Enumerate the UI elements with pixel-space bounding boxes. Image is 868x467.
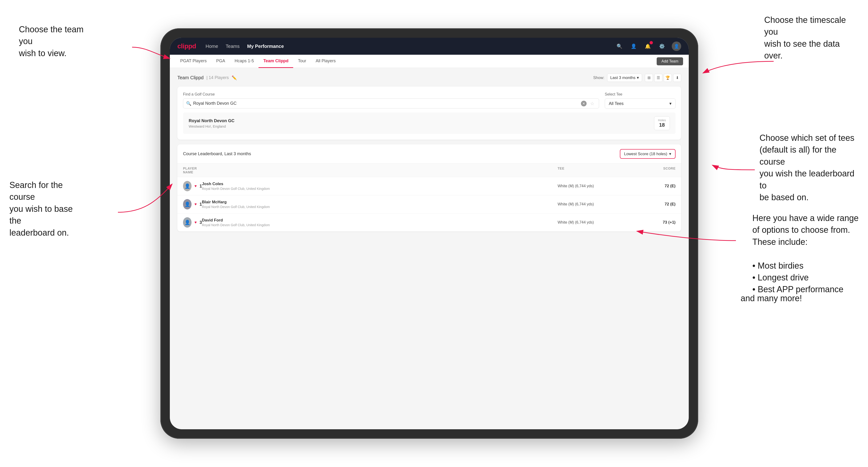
view-toggle-group: ⊞ ☰ 🏆 ⬇ — [645, 74, 681, 82]
course-search-input-wrapper: 🔍 ✕ ☆ — [183, 98, 599, 108]
tee-dropdown[interactable]: All Tees ▾ — [605, 98, 676, 109]
nav-home[interactable]: Home — [206, 44, 218, 49]
annotation-top-right: Choose the timescale you wish to see the… — [764, 14, 854, 62]
list-item-1: • Most birdies — [752, 261, 804, 271]
team-title-group: Team Clippd | 14 Players ✏️ — [177, 75, 237, 81]
score-value: 72 (E) — [628, 184, 676, 188]
select-tee-label: Select Tee — [605, 92, 676, 96]
tab-all-players[interactable]: All Players — [311, 55, 340, 68]
search-icon: 🔍 — [186, 101, 191, 106]
team-name: Team Clippd — [177, 75, 204, 81]
settings-button[interactable]: ⚙️ — [658, 42, 666, 51]
grid-view-button[interactable]: ⊞ — [645, 74, 653, 82]
player-name: Josh Coles — [202, 182, 558, 186]
clear-search-button[interactable]: ✕ — [581, 101, 587, 106]
score-value: 72 (E) — [628, 202, 676, 207]
course-result-info: Royal North Devon GC Westward Ho!, Engla… — [189, 118, 235, 128]
find-course-label: Find a Golf Course — [183, 92, 599, 96]
rank-number: 1 — [199, 202, 202, 207]
player-club: Royal North Devon Golf Club, United King… — [202, 223, 558, 227]
heart-icon: ♥ — [194, 220, 197, 224]
show-controls: Show: Last 3 months ▾ ⊞ ☰ 🏆 ⬇ — [593, 73, 681, 82]
table-row: 👤 ♥ 1 Josh Coles Royal North Devon Golf … — [177, 177, 681, 195]
download-button[interactable]: ⬇ — [673, 74, 681, 82]
player-club: Royal North Devon Golf Club, United King… — [202, 187, 558, 191]
holes-badge: Holes 18 — [654, 116, 670, 130]
course-search-row: Find a Golf Course 🔍 ✕ ☆ Select Tee All … — [183, 92, 676, 109]
edit-team-icon[interactable]: ✏️ — [231, 75, 237, 81]
player-avatar: 👤 — [183, 217, 191, 228]
chevron-down-icon: ▾ — [670, 101, 672, 106]
leaderboard-card: Course Leaderboard, Last 3 months Lowest… — [177, 144, 681, 231]
player-count: | 14 Players — [206, 75, 229, 80]
col-header-player: PLAYER NAME — [183, 166, 202, 174]
tee-info: White (M) (6,744 yds) — [558, 220, 628, 224]
leaderboard-table: PLAYER NAME TEE SCORE 👤 ♥ 1 Josh — [177, 164, 681, 231]
find-course-section: Find a Golf Course 🔍 ✕ ☆ — [183, 92, 599, 108]
player-info: Josh Coles Royal North Devon Golf Club, … — [202, 182, 558, 191]
player-info: Blair McHarg Royal North Devon Golf Club… — [202, 200, 558, 209]
tee-info: White (M) (6,744 yds) — [558, 184, 628, 188]
annotation-bottom-left: Search for the course you wish to base t… — [9, 179, 85, 239]
tab-tour[interactable]: Tour — [293, 55, 311, 68]
rank-cell: 👤 ♥ 3 — [183, 217, 202, 228]
player-name: David Ford — [202, 218, 558, 223]
rank-number: 3 — [199, 220, 202, 225]
heart-icon: ♥ — [194, 202, 197, 206]
rank-cell: 👤 ♥ 1 — [183, 199, 202, 210]
team-header: Team Clippd | 14 Players ✏️ Show: Last 3… — [177, 73, 681, 82]
tee-select-section: Select Tee All Tees ▾ — [605, 92, 676, 109]
col-header-tee: TEE — [558, 166, 628, 174]
leaderboard-header: Course Leaderboard, Last 3 months Lowest… — [177, 144, 681, 164]
player-name: Blair McHarg — [202, 200, 558, 205]
score-value: 73 (+1) — [628, 220, 676, 225]
table-row: 👤 ♥ 3 David Ford Royal North Devon Golf … — [177, 214, 681, 231]
course-name: Royal North Devon GC — [189, 118, 235, 123]
tee-info: White (M) (6,744 yds) — [558, 202, 628, 206]
nav-icon-group: 🔍 👤 🔔 ⚙️ 👤 — [615, 41, 681, 51]
time-period-dropdown[interactable]: Last 3 months ▾ — [607, 73, 642, 82]
app-logo: clippd — [177, 42, 196, 50]
search-button[interactable]: 🔍 — [615, 42, 624, 51]
score-type-dropdown[interactable]: Lowest Score (18 holes) ▾ — [620, 149, 676, 159]
table-row: 👤 ♥ 1 Blair McHarg Royal North Devon Gol… — [177, 195, 681, 214]
sub-nav: PGAT Players PGA Hcaps 1-5 Team Clippd T… — [170, 55, 689, 68]
chevron-down-icon: ▾ — [637, 75, 639, 80]
list-item-2: • Longest drive — [752, 273, 809, 282]
player-club: Royal North Devon Golf Club, United King… — [202, 205, 558, 209]
holes-number: 18 — [658, 122, 666, 128]
course-location: Westward Ho!, England — [189, 124, 235, 128]
nav-teams[interactable]: Teams — [226, 44, 240, 49]
user-avatar[interactable]: 👤 — [672, 41, 681, 51]
player-avatar: 👤 — [183, 199, 191, 210]
course-result: Royal North Devon GC Westward Ho!, Engla… — [183, 113, 676, 134]
nav-my-performance[interactable]: My Performance — [247, 44, 284, 49]
tab-pgat-players[interactable]: PGAT Players — [176, 55, 211, 68]
annotation-bottom-right: Here you have a wide range of options to… — [752, 212, 859, 295]
rank-cell: 👤 ♥ 1 — [183, 181, 202, 191]
list-view-button[interactable]: ☰ — [654, 74, 662, 82]
leaderboard-title: Course Leaderboard, Last 3 months — [183, 151, 251, 156]
tablet-frame: clippd Home Teams My Performance 🔍 👤 🔔 ⚙… — [160, 28, 698, 439]
player-avatar: 👤 — [183, 181, 191, 191]
main-content: Team Clippd | 14 Players ✏️ Show: Last 3… — [170, 68, 689, 237]
users-button[interactable]: 👤 — [629, 42, 638, 51]
col-header-empty — [202, 166, 558, 174]
trophy-view-button[interactable]: 🏆 — [664, 74, 672, 82]
show-label: Show: — [593, 75, 604, 80]
tab-pga[interactable]: PGA — [211, 55, 230, 68]
chevron-down-icon: ▾ — [669, 151, 671, 156]
annotation-top-left: Choose the team you wish to view. — [19, 24, 94, 59]
navbar: clippd Home Teams My Performance 🔍 👤 🔔 ⚙… — [170, 38, 689, 55]
notifications-button[interactable]: 🔔 — [644, 42, 652, 51]
add-team-button[interactable]: Add Team — [657, 57, 683, 65]
favorite-button[interactable]: ☆ — [588, 100, 596, 107]
course-search-card: Find a Golf Course 🔍 ✕ ☆ Select Tee All … — [177, 87, 681, 139]
tab-team-clippd[interactable]: Team Clippd — [258, 55, 293, 68]
tab-hcaps[interactable]: Hcaps 1-5 — [230, 55, 258, 68]
heart-icon: ♥ — [194, 184, 197, 188]
annotation-and-more: and many more! — [741, 292, 802, 304]
course-search-input[interactable] — [193, 99, 579, 108]
holes-label: Holes — [658, 118, 666, 122]
rank-number: 1 — [199, 184, 202, 189]
